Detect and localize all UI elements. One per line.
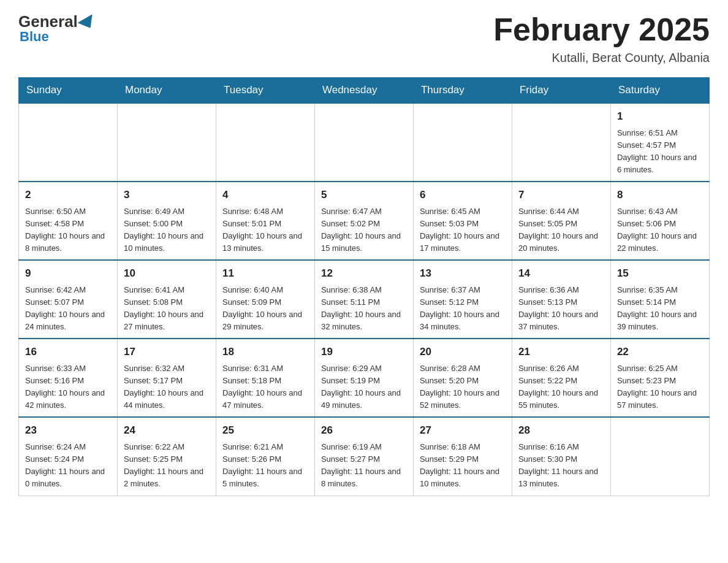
calendar-day-cell: 12Sunrise: 6:38 AM Sunset: 5:11 PM Dayli…: [314, 260, 413, 339]
calendar-day-cell: 9Sunrise: 6:42 AM Sunset: 5:07 PM Daylig…: [19, 260, 118, 339]
day-header-saturday: Saturday: [610, 78, 709, 104]
calendar-day-cell: 5Sunrise: 6:47 AM Sunset: 5:02 PM Daylig…: [314, 182, 413, 260]
calendar-day-cell: 27Sunrise: 6:18 AM Sunset: 5:29 PM Dayli…: [413, 417, 512, 496]
day-number: 22: [617, 344, 703, 360]
logo-blue-text: Blue: [20, 29, 49, 45]
day-number: 19: [321, 344, 407, 360]
day-info: Sunrise: 6:36 AM Sunset: 5:13 PM Dayligh…: [518, 284, 604, 334]
calendar-day-cell: 11Sunrise: 6:40 AM Sunset: 5:09 PM Dayli…: [216, 260, 314, 339]
day-number: 5: [321, 187, 407, 203]
calendar-day-cell: 15Sunrise: 6:35 AM Sunset: 5:14 PM Dayli…: [610, 260, 709, 339]
day-number: 14: [518, 266, 604, 282]
day-number: 15: [617, 266, 703, 282]
day-number: 3: [124, 187, 210, 203]
day-header-friday: Friday: [512, 78, 610, 104]
day-number: 4: [222, 187, 308, 203]
day-info: Sunrise: 6:18 AM Sunset: 5:29 PM Dayligh…: [420, 441, 506, 491]
title-section: February 2025 Kutalli, Berat County, Alb…: [493, 12, 710, 65]
day-number: 24: [124, 423, 210, 439]
day-number: 16: [25, 344, 111, 360]
day-header-wednesday: Wednesday: [314, 78, 413, 104]
calendar-day-cell: [19, 103, 118, 182]
location-title: Kutalli, Berat County, Albania: [493, 51, 710, 65]
day-info: Sunrise: 6:37 AM Sunset: 5:12 PM Dayligh…: [420, 284, 506, 334]
calendar-week-row: 16Sunrise: 6:33 AM Sunset: 5:16 PM Dayli…: [19, 339, 710, 417]
day-header-tuesday: Tuesday: [216, 78, 314, 104]
day-info: Sunrise: 6:44 AM Sunset: 5:05 PM Dayligh…: [518, 205, 604, 255]
calendar-table: SundayMondayTuesdayWednesdayThursdayFrid…: [18, 77, 710, 496]
day-info: Sunrise: 6:40 AM Sunset: 5:09 PM Dayligh…: [222, 284, 308, 334]
calendar-day-cell: 28Sunrise: 6:16 AM Sunset: 5:30 PM Dayli…: [512, 417, 610, 496]
day-number: 10: [124, 266, 210, 282]
calendar-day-cell: 13Sunrise: 6:37 AM Sunset: 5:12 PM Dayli…: [413, 260, 512, 339]
month-title: February 2025: [493, 12, 710, 47]
day-number: 20: [420, 344, 506, 360]
calendar-week-row: 9Sunrise: 6:42 AM Sunset: 5:07 PM Daylig…: [19, 260, 710, 339]
day-number: 28: [518, 423, 604, 439]
calendar-week-row: 1Sunrise: 6:51 AM Sunset: 4:57 PM Daylig…: [19, 103, 710, 182]
day-info: Sunrise: 6:49 AM Sunset: 5:00 PM Dayligh…: [124, 205, 210, 255]
day-info: Sunrise: 6:22 AM Sunset: 5:25 PM Dayligh…: [124, 441, 210, 491]
day-info: Sunrise: 6:47 AM Sunset: 5:02 PM Dayligh…: [321, 205, 407, 255]
calendar-day-cell: 16Sunrise: 6:33 AM Sunset: 5:16 PM Dayli…: [19, 339, 118, 417]
calendar-header-row: SundayMondayTuesdayWednesdayThursdayFrid…: [19, 78, 710, 104]
day-info: Sunrise: 6:43 AM Sunset: 5:06 PM Dayligh…: [617, 205, 703, 255]
day-info: Sunrise: 6:50 AM Sunset: 4:58 PM Dayligh…: [25, 205, 111, 255]
calendar-day-cell: 18Sunrise: 6:31 AM Sunset: 5:18 PM Dayli…: [216, 339, 314, 417]
day-number: 11: [222, 266, 308, 282]
day-info: Sunrise: 6:41 AM Sunset: 5:08 PM Dayligh…: [124, 284, 210, 334]
day-header-thursday: Thursday: [413, 78, 512, 104]
day-info: Sunrise: 6:26 AM Sunset: 5:22 PM Dayligh…: [518, 362, 604, 412]
calendar-day-cell: 20Sunrise: 6:28 AM Sunset: 5:20 PM Dayli…: [413, 339, 512, 417]
calendar-day-cell: [512, 103, 610, 182]
day-number: 26: [321, 423, 407, 439]
calendar-week-row: 2Sunrise: 6:50 AM Sunset: 4:58 PM Daylig…: [19, 182, 710, 260]
day-number: 1: [617, 109, 703, 124]
calendar-day-cell: 10Sunrise: 6:41 AM Sunset: 5:08 PM Dayli…: [117, 260, 216, 339]
day-number: 12: [321, 266, 407, 282]
day-info: Sunrise: 6:35 AM Sunset: 5:14 PM Dayligh…: [617, 284, 703, 334]
day-info: Sunrise: 6:32 AM Sunset: 5:17 PM Dayligh…: [124, 362, 210, 412]
day-info: Sunrise: 6:45 AM Sunset: 5:03 PM Dayligh…: [420, 205, 506, 255]
page-header: General Blue February 2025 Kutalli, Bera…: [18, 12, 710, 65]
day-info: Sunrise: 6:24 AM Sunset: 5:24 PM Dayligh…: [25, 441, 111, 491]
day-info: Sunrise: 6:42 AM Sunset: 5:07 PM Dayligh…: [25, 284, 111, 334]
day-number: 25: [222, 423, 308, 439]
calendar-day-cell: 24Sunrise: 6:22 AM Sunset: 5:25 PM Dayli…: [117, 417, 216, 496]
calendar-day-cell: [314, 103, 413, 182]
day-info: Sunrise: 6:33 AM Sunset: 5:16 PM Dayligh…: [25, 362, 111, 412]
calendar-day-cell: 8Sunrise: 6:43 AM Sunset: 5:06 PM Daylig…: [610, 182, 709, 260]
calendar-day-cell: 21Sunrise: 6:26 AM Sunset: 5:22 PM Dayli…: [512, 339, 610, 417]
logo-triangle-icon: [77, 14, 97, 33]
calendar-day-cell: 22Sunrise: 6:25 AM Sunset: 5:23 PM Dayli…: [610, 339, 709, 417]
day-info: Sunrise: 6:31 AM Sunset: 5:18 PM Dayligh…: [222, 362, 308, 412]
calendar-day-cell: 26Sunrise: 6:19 AM Sunset: 5:27 PM Dayli…: [314, 417, 413, 496]
day-header-monday: Monday: [117, 78, 216, 104]
day-header-sunday: Sunday: [19, 78, 118, 104]
day-number: 9: [25, 266, 111, 282]
day-info: Sunrise: 6:19 AM Sunset: 5:27 PM Dayligh…: [321, 441, 407, 491]
day-number: 18: [222, 344, 308, 360]
calendar-day-cell: 3Sunrise: 6:49 AM Sunset: 5:00 PM Daylig…: [117, 182, 216, 260]
calendar-day-cell: [216, 103, 314, 182]
day-info: Sunrise: 6:28 AM Sunset: 5:20 PM Dayligh…: [420, 362, 506, 412]
calendar-day-cell: 7Sunrise: 6:44 AM Sunset: 5:05 PM Daylig…: [512, 182, 610, 260]
calendar-day-cell: [117, 103, 216, 182]
calendar-day-cell: 2Sunrise: 6:50 AM Sunset: 4:58 PM Daylig…: [19, 182, 118, 260]
calendar-day-cell: 14Sunrise: 6:36 AM Sunset: 5:13 PM Dayli…: [512, 260, 610, 339]
day-info: Sunrise: 6:48 AM Sunset: 5:01 PM Dayligh…: [222, 205, 308, 255]
calendar-day-cell: 25Sunrise: 6:21 AM Sunset: 5:26 PM Dayli…: [216, 417, 314, 496]
day-number: 13: [420, 266, 506, 282]
day-info: Sunrise: 6:25 AM Sunset: 5:23 PM Dayligh…: [617, 362, 703, 412]
day-info: Sunrise: 6:38 AM Sunset: 5:11 PM Dayligh…: [321, 284, 407, 334]
day-number: 21: [518, 344, 604, 360]
calendar-week-row: 23Sunrise: 6:24 AM Sunset: 5:24 PM Dayli…: [19, 417, 710, 496]
calendar-day-cell: [413, 103, 512, 182]
day-number: 6: [420, 187, 506, 203]
day-info: Sunrise: 6:21 AM Sunset: 5:26 PM Dayligh…: [222, 441, 308, 491]
calendar-day-cell: 23Sunrise: 6:24 AM Sunset: 5:24 PM Dayli…: [19, 417, 118, 496]
day-number: 2: [25, 187, 111, 203]
logo: General Blue: [18, 12, 96, 45]
day-number: 23: [25, 423, 111, 439]
calendar-day-cell: 19Sunrise: 6:29 AM Sunset: 5:19 PM Dayli…: [314, 339, 413, 417]
